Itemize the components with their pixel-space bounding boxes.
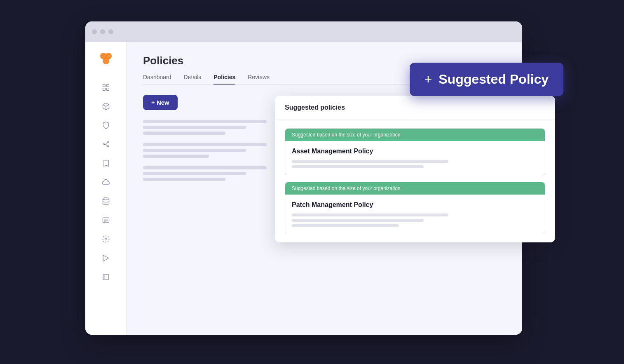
panel-body: Suggested based on the size of your orga… <box>275 120 555 242</box>
window-dot-yellow <box>100 29 105 34</box>
policy-card-2-tag: Suggested based on the size of your orga… <box>285 182 545 195</box>
nav-cloud-icon[interactable] <box>98 174 114 190</box>
suggested-policy-button[interactable]: + Suggested Policy <box>410 63 563 96</box>
titlebar <box>85 21 522 42</box>
svg-point-2 <box>103 58 109 64</box>
tab-reviews[interactable]: Reviews <box>248 74 270 85</box>
sidebar <box>85 42 127 335</box>
panel-title: Suggested policies <box>285 104 545 111</box>
nav-shield-icon[interactable] <box>98 117 114 134</box>
nav-flag-icon[interactable] <box>98 250 114 266</box>
policy-line <box>292 224 399 227</box>
svg-point-12 <box>105 238 107 240</box>
logo <box>98 50 114 68</box>
new-button[interactable]: + New <box>143 95 178 110</box>
placeholder-line <box>143 126 246 129</box>
policy-line <box>292 165 424 168</box>
policy-line <box>292 219 424 222</box>
nav-chat-icon[interactable] <box>98 231 114 247</box>
svg-rect-4 <box>106 84 109 87</box>
nav-dashboard-icon[interactable] <box>98 79 114 96</box>
svg-rect-13 <box>103 274 108 279</box>
policy-card-1-lines <box>292 160 538 168</box>
placeholder-line <box>143 166 267 169</box>
svg-rect-6 <box>106 88 109 90</box>
placeholder-line <box>143 120 267 123</box>
placeholder-line <box>143 172 246 175</box>
nav-bookmark-icon[interactable] <box>98 155 114 171</box>
policy-card-2-lines <box>292 214 538 227</box>
nav-box-icon[interactable] <box>98 269 114 285</box>
policy-card-1[interactable]: Suggested based on the size of your orga… <box>285 128 545 175</box>
nav-graph-icon[interactable] <box>98 136 114 153</box>
policy-card-2-body: Patch Management Policy <box>285 195 545 234</box>
policy-line <box>292 214 448 216</box>
policy-card-1-body: Asset Management Policy <box>285 141 545 175</box>
content-block-3 <box>143 166 291 181</box>
placeholder-line <box>143 132 225 135</box>
svg-point-10 <box>103 197 109 200</box>
tab-policies[interactable]: Policies <box>213 74 235 85</box>
placeholder-line <box>143 178 225 181</box>
tab-dashboard[interactable]: Dashboard <box>143 74 171 85</box>
svg-rect-3 <box>103 84 105 87</box>
panel-header: Suggested policies <box>275 96 555 120</box>
suggested-policies-panel: Suggested policies Suggested based on th… <box>275 96 555 242</box>
policy-line <box>292 160 448 163</box>
window-dot-green <box>108 29 113 34</box>
nav-list-icon[interactable] <box>98 212 114 228</box>
nav-cube-icon[interactable] <box>98 98 114 115</box>
window-dot-red <box>92 29 97 34</box>
policy-card-1-tag: Suggested based on the size of your orga… <box>285 129 545 141</box>
content-block-2 <box>143 143 291 158</box>
svg-rect-5 <box>103 88 105 90</box>
suggested-policy-label: Suggested Policy <box>439 72 549 87</box>
policy-card-2[interactable]: Suggested based on the size of your orga… <box>285 182 545 234</box>
policy-card-1-title: Asset Management Policy <box>292 148 538 155</box>
tab-details[interactable]: Details <box>184 74 202 85</box>
content-block-1 <box>143 120 291 135</box>
policy-card-2-title: Patch Management Policy <box>292 201 538 209</box>
placeholder-line <box>143 155 209 158</box>
suggested-policy-plus-icon: + <box>425 73 432 86</box>
content-placeholder <box>143 120 291 186</box>
placeholder-line <box>143 143 267 146</box>
nav-database-icon[interactable] <box>98 193 114 209</box>
placeholder-line <box>143 149 246 152</box>
